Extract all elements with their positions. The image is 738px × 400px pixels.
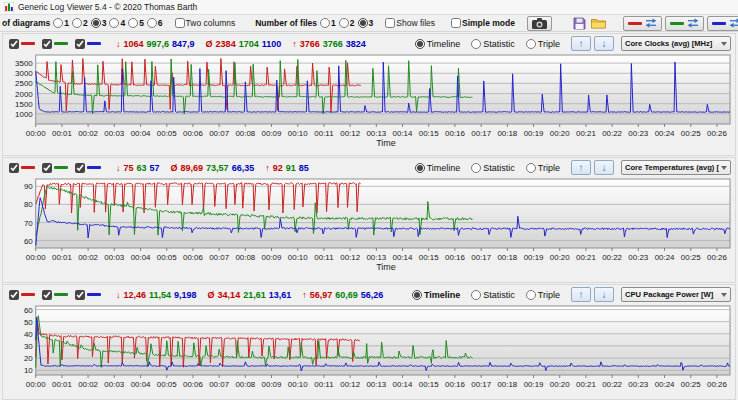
panel2-series2-checkbox[interactable] [42, 163, 68, 173]
files-radio-2[interactable]: 2 [339, 18, 355, 28]
svg-text:00:22: 00:22 [602, 129, 622, 138]
panel2-chart-area: 6070809000:0000:0100:0200:0300:0400:0500… [3, 176, 735, 262]
svg-text:00:17: 00:17 [471, 380, 491, 389]
panel1-series3-checkbox[interactable] [75, 39, 101, 49]
files-radio-1[interactable]: 1 [320, 18, 336, 28]
svg-text:00:25: 00:25 [681, 253, 701, 262]
min-value-green: 63 [137, 163, 147, 173]
max-value-green: 60,69 [335, 290, 358, 300]
save-button[interactable] [572, 16, 587, 31]
max-value-red: 56,97 [310, 290, 333, 300]
change-color-green-button[interactable] [665, 16, 704, 31]
panel2-move-down-button[interactable]: ↓ [594, 160, 614, 175]
svg-text:30: 30 [24, 342, 33, 351]
svg-text:00:12: 00:12 [340, 380, 360, 389]
down-arrow-icon: ↓ [602, 163, 607, 173]
green-series-swatch [54, 42, 68, 45]
screenshot-button[interactable] [527, 16, 552, 31]
min-icon: ↓ [116, 39, 121, 49]
panel-core-temperatures: ↓ 75 63 57 Ø 89,69 73,57 66,35 ↑ 92 91 8… [2, 157, 736, 283]
panel2-move-up-button[interactable]: ↑ [571, 160, 591, 175]
diagrams-radio-4[interactable]: 4 [109, 18, 125, 28]
avg-value-green: 1704 [239, 39, 259, 49]
svg-text:00:12: 00:12 [340, 253, 360, 262]
simple-mode-checkbox[interactable]: Simple mode [451, 18, 515, 28]
diagrams-radio-6[interactable]: 6 [147, 18, 163, 28]
svg-text:00:26: 00:26 [707, 380, 727, 389]
diagrams-radio-3[interactable]: 3 [91, 18, 107, 28]
svg-text:00:02: 00:02 [78, 129, 98, 138]
cpu-package-power-chart[interactable]: 10203040506000:0000:0100:0200:0300:0400:… [3, 303, 735, 389]
svg-text:00:11: 00:11 [314, 380, 334, 389]
panel3-series3-checkbox[interactable] [75, 290, 101, 300]
svg-text:00:26: 00:26 [707, 253, 727, 262]
core-temperatures-chart[interactable]: 6070809000:0000:0100:0200:0300:0400:0500… [3, 176, 735, 262]
panel3-view-triple[interactable]: Triple [526, 290, 560, 300]
panel3-view-statistic[interactable]: Statistic [471, 290, 515, 300]
svg-text:00:09: 00:09 [262, 253, 282, 262]
title-bar: Generic Log Viewer 5.4 - © 2020 Thomas B… [0, 0, 738, 15]
svg-text:00:15: 00:15 [419, 129, 439, 138]
diagrams-radio-2[interactable]: 2 [72, 18, 88, 28]
two-columns-checkbox[interactable]: Two columns [175, 18, 236, 28]
panel3-move-up-button[interactable]: ↑ [571, 287, 591, 302]
svg-text:00:04: 00:04 [131, 253, 151, 262]
panel3-header: ↓ 12,46 11,54 9,198 Ø 34,14 21,61 13,61 … [3, 285, 735, 303]
panel3-view-timeline[interactable]: Timeline [412, 290, 460, 300]
svg-text:00:15: 00:15 [419, 253, 439, 262]
panel1-view-statistic[interactable]: Statistic [471, 39, 515, 49]
panel2-series1-checkbox[interactable] [9, 163, 35, 173]
svg-text:00:08: 00:08 [235, 129, 255, 138]
panel1-series2-checkbox[interactable] [42, 39, 68, 49]
svg-text:00:05: 00:05 [157, 380, 177, 389]
panel1-view-timeline[interactable]: Timeline [415, 39, 461, 49]
down-arrow-icon: ↓ [602, 290, 607, 300]
svg-text:3500: 3500 [15, 59, 33, 68]
svg-text:00:00: 00:00 [26, 380, 46, 389]
core-clocks-chart[interactable]: 10001500200025003000350000:0000:0100:020… [3, 52, 735, 138]
svg-text:00:07: 00:07 [209, 129, 229, 138]
max-value-blue: 56,26 [361, 290, 384, 300]
red-series-swatch [21, 42, 35, 45]
app-icon [4, 2, 14, 12]
min-icon: ↓ [116, 163, 121, 173]
svg-text:00:16: 00:16 [445, 129, 465, 138]
panel2-view-statistic[interactable]: Statistic [471, 163, 515, 173]
panel1-metric-dropdown[interactable]: Core Clocks (avg) [MHz] [621, 36, 731, 51]
svg-text:00:09: 00:09 [262, 380, 282, 389]
diagrams-radio-5[interactable]: 5 [128, 18, 144, 28]
change-color-blue-button[interactable] [707, 16, 738, 31]
diagrams-radio-1[interactable]: 1 [53, 18, 69, 28]
change-color-red-button[interactable] [623, 16, 662, 31]
svg-text:00:19: 00:19 [524, 129, 544, 138]
panel3-move-down-button[interactable]: ↓ [594, 287, 614, 302]
panel3-metric-dropdown[interactable]: CPU Package Power [W] [621, 287, 731, 302]
svg-text:00:16: 00:16 [445, 380, 465, 389]
svg-text:00:13: 00:13 [366, 253, 386, 262]
panel1-move-up-button[interactable]: ↑ [571, 36, 591, 51]
red-series-swatch [21, 293, 35, 296]
show-files-checkbox[interactable]: Show files [385, 18, 435, 28]
panel1-view-triple[interactable]: Triple [526, 39, 560, 49]
panel2-series3-checkbox[interactable] [75, 163, 101, 173]
red-series-swatch [21, 166, 35, 169]
open-folder-button[interactable] [590, 16, 607, 31]
panel2-metric-dropdown[interactable]: Core Temperatures (avg) [°C] [621, 160, 731, 175]
panel1-move-down-button[interactable]: ↓ [594, 36, 614, 51]
svg-text:00:18: 00:18 [497, 129, 517, 138]
camera-icon [532, 18, 547, 29]
files-radio-3[interactable]: 3 [358, 18, 374, 28]
svg-text:00:01: 00:01 [52, 380, 72, 389]
panel2-view-timeline[interactable]: Timeline [415, 163, 461, 173]
max-value-blue: 85 [299, 163, 309, 173]
svg-text:00:18: 00:18 [497, 253, 517, 262]
panel3-series2-checkbox[interactable] [42, 290, 68, 300]
swap-arrows-icon [645, 18, 657, 28]
avg-value-red: 89,69 [181, 163, 204, 173]
panel2-view-triple[interactable]: Triple [526, 163, 560, 173]
panel-cpu-package-power: ↓ 12,46 11,54 9,198 Ø 34,14 21,61 13,61 … [2, 284, 736, 400]
svg-text:00:21: 00:21 [576, 253, 596, 262]
svg-text:3000: 3000 [15, 69, 33, 78]
panel3-series1-checkbox[interactable] [9, 290, 35, 300]
panel1-series1-checkbox[interactable] [9, 39, 35, 49]
